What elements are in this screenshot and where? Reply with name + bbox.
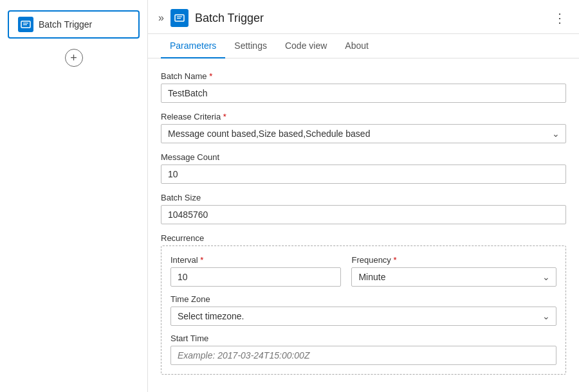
timezone-select[interactable]: Select timezone. (170, 307, 556, 326)
batch-name-field: Batch Name * (161, 71, 566, 103)
start-time-input[interactable] (170, 346, 556, 365)
left-panel: Batch Trigger + (0, 0, 148, 392)
recurrence-section: Recurrence Interval * Frequency * (161, 233, 566, 375)
release-criteria-select-wrapper: Message count based,Size based,Schedule … (161, 124, 566, 143)
timezone-label: Time Zone (170, 294, 556, 304)
interval-field: Interval * (170, 255, 341, 287)
start-time-field: Start Time (170, 334, 556, 365)
tab-parameters[interactable]: Parameters (161, 34, 225, 58)
release-criteria-label: Release Criteria * (161, 112, 566, 121)
panel-title: Batch Trigger (195, 12, 547, 25)
add-button[interactable]: + (65, 49, 83, 67)
message-count-label: Message Count (161, 152, 566, 162)
interval-input[interactable] (170, 267, 341, 287)
message-count-field: Message Count (161, 152, 566, 184)
tabs-bar: Parameters Settings Code view About (148, 34, 579, 58)
timezone-select-wrapper: Select timezone. ⌄ (170, 307, 556, 326)
batch-size-label: Batch Size (161, 193, 566, 202)
form-area: Batch Name * Release Criteria * Message … (148, 58, 579, 388)
right-panel: » Batch Trigger ⋮ Parameters Settings Co… (148, 0, 579, 392)
release-criteria-select[interactable]: Message count based,Size based,Schedule … (161, 124, 566, 143)
batch-name-label: Batch Name * (161, 71, 566, 81)
frequency-select[interactable]: Minute Hour Day Week Month (351, 267, 556, 287)
start-time-label: Start Time (170, 334, 556, 343)
batch-size-field: Batch Size (161, 193, 566, 224)
interval-frequency-row: Interval * Frequency * Minute Hour D (170, 255, 556, 287)
release-criteria-field: Release Criteria * Message count based,S… (161, 112, 566, 143)
timezone-field: Time Zone Select timezone. ⌄ (170, 294, 556, 326)
header-trigger-icon (170, 9, 188, 27)
batch-trigger-card[interactable]: Batch Trigger (8, 10, 140, 39)
trigger-icon (18, 17, 33, 32)
recurrence-box: Interval * Frequency * Minute Hour D (161, 245, 566, 375)
tab-settings[interactable]: Settings (225, 34, 276, 58)
frequency-label: Frequency * (351, 255, 556, 265)
panel-header: » Batch Trigger ⋮ (148, 0, 579, 34)
recurrence-label: Recurrence (161, 233, 566, 243)
frequency-select-wrapper: Minute Hour Day Week Month ⌄ (351, 267, 556, 287)
trigger-card-label: Batch Trigger (39, 19, 92, 30)
frequency-field: Frequency * Minute Hour Day Week Month ⌄ (351, 255, 556, 287)
tab-code-view[interactable]: Code view (276, 34, 336, 58)
more-options-icon[interactable]: ⋮ (553, 10, 566, 26)
message-count-input[interactable] (161, 165, 566, 184)
batch-name-input[interactable] (161, 84, 566, 103)
batch-size-input[interactable] (161, 205, 566, 224)
interval-label: Interval * (170, 255, 341, 265)
tab-about[interactable]: About (336, 34, 378, 58)
expand-icon[interactable]: » (158, 12, 164, 24)
